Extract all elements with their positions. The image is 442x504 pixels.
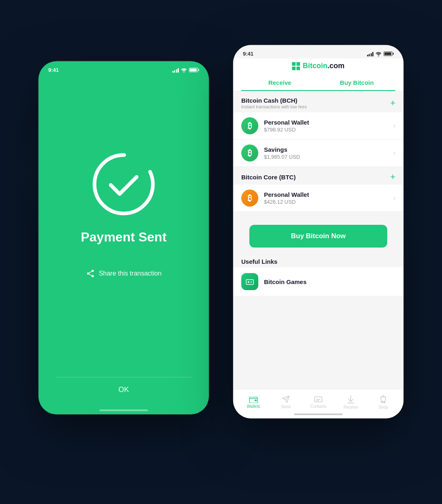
wallets-nav-icon xyxy=(249,396,258,403)
logo-area: Bitcoin.com xyxy=(233,58,403,75)
btc-personal-balance: $426.12 USD xyxy=(264,199,393,205)
tabs: Receive Buy Bitcoin xyxy=(233,75,403,91)
tab-buy-bitcoin[interactable]: Buy Bitcoin xyxy=(318,75,395,91)
svg-point-3 xyxy=(87,272,89,275)
logo-text: Bitcoin.com xyxy=(303,62,344,70)
logo-grid-icon xyxy=(292,62,300,70)
phone-left: 9:41 xyxy=(39,61,209,414)
add-btc-button[interactable]: + xyxy=(390,172,395,181)
battery-icon-left xyxy=(189,68,199,72)
bitcoin-games-icon xyxy=(241,273,258,290)
signal-icon-right xyxy=(367,52,374,56)
shop-nav-icon xyxy=(379,395,387,404)
nav-send[interactable]: Send xyxy=(270,395,302,409)
nav-shop-label: Shop xyxy=(378,405,388,409)
share-label: Share this transaction xyxy=(99,270,162,277)
notch-right xyxy=(294,45,343,56)
svg-point-19 xyxy=(382,401,383,403)
receive-nav-icon xyxy=(347,395,354,404)
nav-receive-label: Receive xyxy=(343,405,358,409)
phone-left-inner: 9:41 xyxy=(39,61,209,414)
bch-personal-balance: $798.92 USD xyxy=(264,127,393,133)
useful-links-header: Useful Links xyxy=(233,254,403,267)
bitcoin-games-item[interactable]: Bitcoin Games xyxy=(233,267,403,296)
btc-personal-wallet-item[interactable]: ₿ Personal Wallet $426.12 USD › xyxy=(233,185,403,212)
nav-shop[interactable]: Shop xyxy=(367,395,399,409)
nav-wallets[interactable]: Wallets xyxy=(237,396,270,409)
nav-contacts[interactable]: Contacts xyxy=(302,396,335,409)
section-btc-title-area: Bitcoin Core (BTC) xyxy=(241,174,296,181)
bch-savings-balance: $1,985.07 USD xyxy=(264,154,393,160)
section-bch-title-area: Bitcoin Cash (BCH) Instant transactions … xyxy=(241,97,307,109)
home-indicator-right xyxy=(294,414,343,415)
ok-button-area: OK xyxy=(39,377,209,394)
svg-point-1 xyxy=(94,155,153,213)
status-icons-right xyxy=(367,52,394,56)
payment-sent-content: Payment Sent Share this transaction xyxy=(39,75,209,387)
add-bch-button[interactable]: + xyxy=(390,99,395,108)
checkmark-circle-icon xyxy=(91,152,156,217)
notch-left xyxy=(99,61,148,73)
svg-point-7 xyxy=(378,55,379,56)
svg-point-9 xyxy=(251,281,252,282)
svg-point-4 xyxy=(91,275,94,277)
phone-right: 9:41 xyxy=(233,45,403,418)
contacts-nav-icon xyxy=(314,396,323,403)
ok-divider xyxy=(56,377,192,377)
bch-personal-wallet-item[interactable]: ₿ Personal Wallet $798.92 USD › xyxy=(233,112,403,140)
share-transaction-button[interactable]: Share this transaction xyxy=(86,269,162,278)
svg-rect-12 xyxy=(255,399,257,401)
bch-savings-item[interactable]: ₿ Savings $1,985.07 USD › xyxy=(233,140,403,167)
nav-contacts-label: Contacts xyxy=(310,404,326,409)
bch-personal-info: Personal Wallet $798.92 USD xyxy=(264,119,393,133)
btc-personal-name: Personal Wallet xyxy=(264,191,393,198)
chevron-btc-personal: › xyxy=(393,194,395,202)
bch-savings-icon: ₿ xyxy=(241,144,258,162)
svg-rect-8 xyxy=(246,280,253,284)
svg-point-2 xyxy=(91,269,94,272)
section-bch-subtitle: Instant transactions with low fees xyxy=(241,104,307,109)
bitcoin-games-name: Bitcoin Games xyxy=(264,278,307,285)
bch-personal-icon: ₿ xyxy=(241,117,258,134)
signal-icon-left xyxy=(172,68,179,73)
send-nav-icon xyxy=(282,395,290,403)
svg-line-6 xyxy=(89,271,91,273)
btc-personal-info: Personal Wallet $426.12 USD xyxy=(264,191,393,205)
svg-line-5 xyxy=(89,274,91,276)
svg-point-10 xyxy=(251,282,251,283)
nav-wallets-label: Wallets xyxy=(247,404,260,409)
bch-personal-name: Personal Wallet xyxy=(264,119,393,126)
section-btc-header: Bitcoin Core (BTC) + xyxy=(233,167,403,185)
svg-point-20 xyxy=(384,401,385,403)
chevron-bch-personal: › xyxy=(393,122,395,129)
ok-button[interactable]: OK xyxy=(118,386,129,394)
chevron-bch-savings: › xyxy=(393,149,395,157)
buy-bitcoin-now-button[interactable]: Buy Bitcoin Now xyxy=(249,225,387,248)
section-btc-title: Bitcoin Core (BTC) xyxy=(241,174,296,181)
section-bch-header: Bitcoin Cash (BCH) Instant transactions … xyxy=(233,91,403,112)
time-right: 9:41 xyxy=(243,51,253,57)
bch-savings-name: Savings xyxy=(264,146,393,153)
home-indicator-left xyxy=(99,409,148,411)
battery-icon-right xyxy=(384,52,394,56)
nav-send-label: Send xyxy=(281,405,290,409)
wifi-icon-left xyxy=(181,68,187,73)
btc-personal-icon: ₿ xyxy=(241,190,258,207)
svg-point-0 xyxy=(183,71,184,72)
payment-title: Payment Sent xyxy=(81,230,167,245)
tab-receive[interactable]: Receive xyxy=(241,75,318,91)
section-bch-title: Bitcoin Cash (BCH) xyxy=(241,97,307,104)
nav-receive[interactable]: Receive xyxy=(335,395,367,409)
scene: 9:41 xyxy=(39,29,403,475)
time-left: 9:41 xyxy=(48,67,59,73)
buy-btn-container: Buy Bitcoin Now xyxy=(233,212,403,254)
wifi-icon-right xyxy=(375,52,382,56)
bch-savings-info: Savings $1,985.07 USD xyxy=(264,146,393,160)
status-icons-left xyxy=(172,68,200,73)
share-icon xyxy=(86,269,95,278)
phone-right-inner: 9:41 xyxy=(233,45,403,418)
